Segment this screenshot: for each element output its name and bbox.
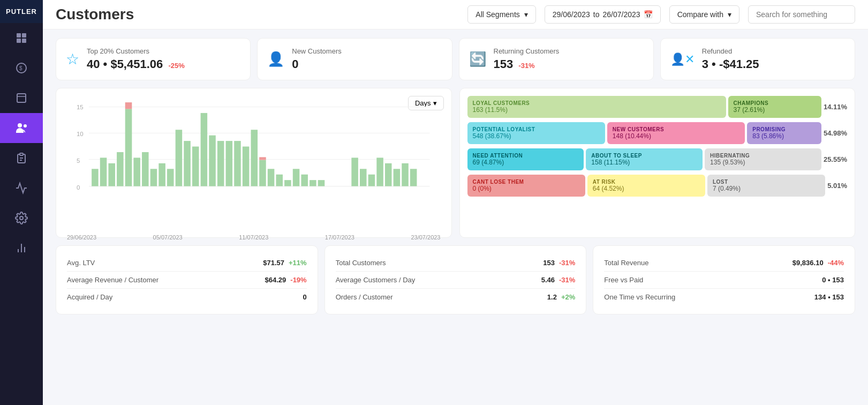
need-attention-block[interactable]: NEED ATTENTION 69 (4.87%) [467,148,584,170]
svg-rect-32 [133,158,140,186]
compare-label: Compare with [677,10,723,19]
new-customers-block[interactable]: NEW CUSTOMERS 148 (10.44%) [607,122,745,144]
total-customers-line: Total Customers 153 -31% [336,254,576,272]
avg-ltv-badge: +11% [289,259,307,267]
search-input[interactable] [748,5,855,24]
kpi-refunded: 👤✕ Refunded 3 • -$41.25 [660,38,855,80]
kpi-refunded-label: Refunded [702,47,759,55]
segment-dropdown[interactable]: All Segments ▾ [467,5,535,24]
svg-rect-53 [301,175,308,186]
chart-area: 15 10 5 0 [65,101,443,230]
svg-rect-3 [22,39,26,43]
svg-rect-31 [125,109,132,186]
onetime-recurring-value: 134 • 153 [814,293,844,301]
hibernating-block[interactable]: HIBERNATING 135 (9.53%) [705,148,821,170]
sidebar-item-dashboard[interactable] [0,23,43,53]
star-icon: ☆ [66,50,79,68]
svg-rect-38 [184,141,191,186]
svg-rect-51 [284,180,291,186]
header: Customers All Segments ▾ 29/06/2023 to 2… [43,0,868,29]
calendar-icon: 📅 [644,10,653,19]
svg-rect-40 [201,113,208,186]
svg-rect-37 [176,130,183,186]
svg-rect-2 [17,39,21,43]
segment-row-2: POTENTIAL LOYALIST 548 (38.67%) NEW CUST… [467,122,848,144]
date-to: 26/07/2023 [603,10,640,19]
svg-rect-27 [108,163,115,186]
main-content: Customers All Segments ▾ 29/06/2023 to 2… [43,0,868,405]
svg-rect-58 [368,175,375,186]
svg-rect-39 [192,147,199,186]
total-customers-label: Total Customers [336,259,386,267]
orders-customer-value: 1.2 +2% [547,293,575,301]
segment-row-4: CANT LOSE THEM 0 (0%) AT RISK 64 (4.52%)… [467,175,848,197]
compare-chevron-icon: ▾ [728,10,731,19]
loyal-customers-block[interactable]: LOYAL CUSTOMERS 163 (11.5%) [467,96,726,118]
segment-row-1: LOYAL CUSTOMERS 163 (11.5%) CHAMPIONS 37… [467,96,848,118]
potential-loyalist-block[interactable]: POTENTIAL LOYALIST 548 (38.67%) [467,122,605,144]
avg-rev-badge: -19% [290,276,306,284]
total-revenue-value: $9,836.10 -44% [792,259,844,267]
free-paid-value: 0 • 153 [822,276,844,284]
sidebar-item-customers[interactable] [0,113,43,143]
svg-text:15: 15 [77,104,84,110]
svg-rect-36 [167,169,174,186]
sidebar-item-orders[interactable] [0,143,43,173]
avg-ltv-line: Avg. LTV $71.57 +11% [67,254,307,272]
orders-customer-line: Orders / Customer 1.2 +2% [336,289,576,305]
champions-block[interactable]: CHAMPIONS 37 (2.61%) [728,96,821,118]
kpi-returning: 🔄 Returning Customers 153 -31% [459,38,654,80]
row1-pct: 14.11% [824,103,847,111]
total-revenue-label: Total Revenue [604,259,648,267]
sidebar-item-goals[interactable] [0,233,43,263]
lost-block[interactable]: LOST 7 (0.49%) [707,175,825,197]
svg-rect-55 [318,180,325,186]
svg-point-9 [24,124,27,128]
onetime-recurring-label: One Time vs Recurring [604,293,675,301]
orders-customer-label: Orders / Customer [336,293,393,301]
returning-customer-icon: 🔄 [469,51,486,68]
at-risk-block[interactable]: AT RISK 64 (4.52%) [587,175,705,197]
sidebar-item-revenue[interactable]: $ [0,53,43,83]
kpi-top20-badge: -25% [168,62,184,70]
page-title: Customers [56,6,134,23]
svg-text:10: 10 [77,131,84,137]
svg-rect-57 [360,169,367,186]
cant-lose-block[interactable]: CANT LOSE THEM 0 (0%) [467,175,585,197]
stats-row: Avg. LTV $71.57 +11% Average Revenue / C… [56,245,855,314]
onetime-recurring-line: One Time vs Recurring 134 • 153 [604,289,844,305]
svg-rect-0 [17,33,21,38]
kpi-returning-value: 153 -31% [494,57,560,71]
sidebar: PUTLER $ [0,0,43,405]
segment-row-3: NEED ATTENTION 69 (4.87%) ABOUT TO SLEEP… [467,148,848,170]
free-paid-label: Free vs Paid [604,276,643,284]
promising-block[interactable]: PROMISING 83 (5.86%) [747,122,821,144]
chart-label-0: 29/06/2023 [67,234,96,241]
panels-row: Days ▾ 15 10 5 0 [56,88,855,238]
svg-rect-47 [259,160,266,186]
kpi-top20: ☆ Top 20% Customers 40 • $5,451.06 -25% [56,38,251,80]
sidebar-logo: PUTLER [0,0,43,23]
avg-rev-label: Average Revenue / Customer [67,276,158,284]
svg-rect-44 [234,141,241,186]
svg-rect-56 [351,158,358,186]
svg-rect-41 [209,136,216,186]
row2-pct: 54.98% [824,129,847,137]
avg-rev-value: $64.29 -19% [265,276,307,284]
svg-text:5: 5 [77,158,80,164]
sidebar-item-reports[interactable] [0,173,43,203]
bar-chart: 15 10 5 0 [65,101,443,230]
sidebar-item-products[interactable] [0,83,43,113]
row4-pct: 5.01% [827,182,847,190]
kpi-new-label: New Customers [292,47,341,55]
svg-rect-49 [268,169,275,186]
customers-card: Total Customers 153 -31% Average Custome… [324,245,587,314]
sidebar-item-settings[interactable] [0,203,43,233]
svg-rect-48 [259,157,266,160]
avg-customers-day-badge: -31% [559,276,575,284]
date-range[interactable]: 29/06/2023 to 26/07/2023 📅 [545,5,661,24]
compare-dropdown[interactable]: Compare with ▾ [669,5,739,24]
about-to-sleep-block[interactable]: ABOUT TO SLEEP 158 (11.15%) [586,148,703,170]
free-paid-line: Free vs Paid 0 • 153 [604,272,844,289]
segment-label: All Segments [475,10,519,19]
